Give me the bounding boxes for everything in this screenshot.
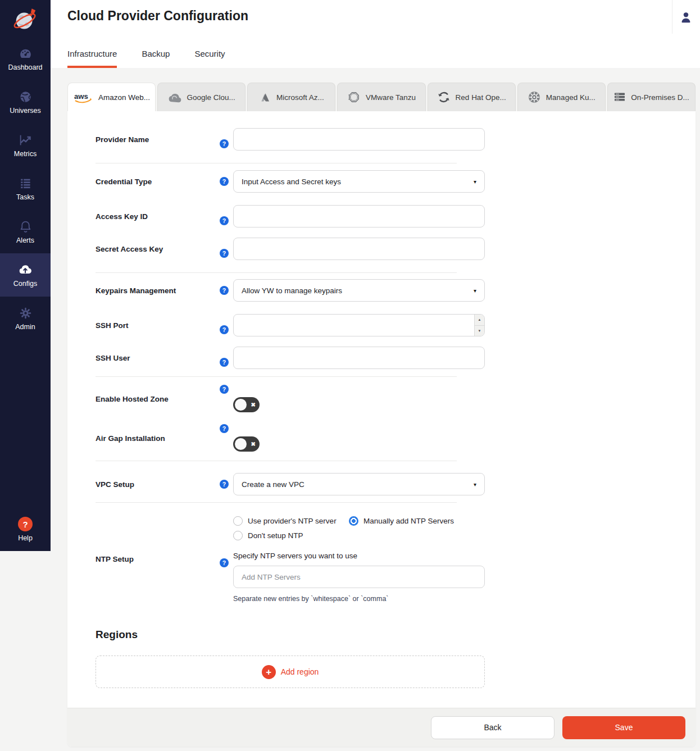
provider-config-card: Provider Name ? Credential Type ? Input …	[67, 111, 696, 747]
airgap-label: Air Gap Installation	[96, 434, 220, 443]
provider-tab-kubernetes[interactable]: Managed Ku...	[517, 83, 606, 111]
hosted-zone-toggle[interactable]: ✖	[233, 397, 260, 412]
ntp-option-manual[interactable]: Manually add NTP Servers	[349, 516, 485, 526]
provider-tab-openshift[interactable]: Red Hat Ope...	[428, 83, 516, 111]
vpc-label: VPC Setup	[96, 480, 220, 489]
credential-type-label: Credential Type	[96, 177, 220, 186]
svg-text:aws: aws	[74, 92, 88, 100]
bell-icon	[19, 220, 33, 234]
save-button[interactable]: Save	[562, 716, 685, 739]
provider-tab-label: Red Hat Ope...	[456, 93, 506, 102]
airgap-toggle[interactable]: ✖	[233, 436, 260, 452]
divider	[96, 163, 457, 163]
provider-tab-tanzu[interactable]: VMware Tanzu	[337, 83, 425, 111]
ntp-specify-label: Specify NTP servers you want to use	[233, 552, 485, 560]
user-icon[interactable]	[678, 10, 694, 25]
ssh-user-input[interactable]	[233, 347, 485, 369]
help-icon[interactable]: ?	[220, 249, 229, 258]
credential-type-select[interactable]: Input Access and Secret keys ▾	[233, 170, 485, 193]
list-icon	[19, 176, 33, 190]
sidebar-item-label: Metrics	[14, 150, 37, 158]
provider-form: Provider Name ? Credential Type ? Input …	[67, 111, 457, 688]
divider	[96, 272, 457, 273]
help-icon[interactable]: ?	[220, 177, 229, 186]
help-icon[interactable]: ?	[220, 286, 229, 295]
tab-infrastructure[interactable]: Infrastructure	[67, 49, 117, 68]
provider-tab-label: Managed Ku...	[546, 93, 596, 102]
sidebar-item-universes[interactable]: Universes	[0, 80, 51, 124]
hosted-zone-row: Enable Hosted Zone ? ✖	[96, 385, 457, 413]
page-title: Cloud Provider Configuration	[67, 8, 248, 24]
sidebar-item-tasks[interactable]: Tasks	[0, 167, 51, 210]
globe-icon	[19, 90, 33, 104]
sidebar-item-dashboard[interactable]: Dashboard	[0, 37, 51, 80]
card-footer: Back Save	[67, 708, 696, 747]
top-tabs: Infrastructure Backup Security	[67, 49, 225, 68]
ntp-servers-input[interactable]	[233, 566, 485, 588]
toggle-off-x-icon: ✖	[251, 397, 256, 412]
provider-tab-aws[interactable]: aws Amazon Web...	[67, 83, 156, 111]
sidebar-item-label: Configs	[13, 280, 37, 288]
secret-key-input[interactable]	[233, 238, 485, 260]
ntp-helper-text: Separate new entries by `whitespace` or …	[233, 595, 485, 603]
provider-name-input[interactable]	[233, 128, 485, 151]
gear-icon	[19, 306, 33, 320]
divider	[96, 376, 457, 377]
yugabyte-logo[interactable]	[11, 0, 39, 37]
add-region-button[interactable]: + Add region	[96, 656, 485, 688]
stepper-up-icon[interactable]: ▲	[475, 315, 484, 326]
plus-icon: +	[262, 665, 276, 679]
divider	[96, 461, 457, 461]
regions-title: Regions	[96, 629, 457, 641]
ntp-option-none[interactable]: Don't setup NTP	[233, 531, 349, 540]
help-icon[interactable]: ?	[220, 358, 229, 367]
sidebar-item-metrics[interactable]: Metrics	[0, 124, 51, 167]
stepper-down-icon[interactable]: ▼	[475, 326, 484, 336]
provider-tab-azure[interactable]: Microsoft Az...	[247, 83, 335, 111]
sidebar-item-alerts[interactable]: Alerts	[0, 210, 51, 253]
azure-icon	[259, 92, 271, 103]
keypairs-row: Keypairs Management ? Allow YW to manage…	[96, 279, 457, 302]
help-icon[interactable]: ?	[220, 558, 229, 567]
onprem-icon	[613, 92, 626, 103]
ntp-option-provider[interactable]: Use provider's NTP server	[233, 516, 349, 526]
ntp-label: NTP Setup	[96, 555, 220, 563]
sidebar-item-label: Universes	[10, 107, 41, 115]
vpc-select[interactable]: Create a new VPC ▾	[233, 473, 485, 495]
sidebar-item-label: Admin	[15, 323, 35, 331]
chart-icon	[19, 133, 33, 147]
provider-tab-onprem[interactable]: On-Premises D...	[607, 83, 696, 111]
sidebar-item-admin[interactable]: Admin	[0, 297, 51, 340]
toggle-knob	[235, 399, 247, 411]
ssh-user-label: SSH User	[96, 354, 220, 362]
help-icon[interactable]: ?	[220, 480, 229, 489]
chevron-down-icon: ▾	[474, 481, 476, 488]
sidebar-item-configs[interactable]: Configs	[0, 253, 51, 297]
help-icon[interactable]: ?	[220, 216, 229, 225]
access-key-label: Access Key ID	[96, 212, 220, 221]
ntp-options: Use provider's NTP server Manually add N…	[233, 515, 485, 603]
back-button[interactable]: Back	[431, 716, 554, 739]
ssh-port-label: SSH Port	[96, 321, 220, 330]
help-icon[interactable]: ?	[220, 325, 229, 334]
help-icon[interactable]: ?	[220, 424, 229, 433]
tab-backup[interactable]: Backup	[142, 49, 170, 68]
keypairs-select[interactable]: Allow YW to manage keypairs ▾	[233, 279, 485, 302]
hosted-zone-label: Enable Hosted Zone	[96, 395, 220, 403]
ssh-user-row: SSH User ?	[96, 347, 457, 369]
provider-tab-label: On-Premises D...	[631, 93, 689, 102]
sidebar-item-help[interactable]: ? Help	[18, 517, 33, 542]
provider-tab-gcp[interactable]: Google Clou...	[157, 83, 246, 111]
help-icon[interactable]: ?	[220, 139, 229, 148]
ssh-port-input[interactable]	[233, 314, 485, 336]
access-key-input[interactable]	[233, 205, 485, 227]
question-icon: ?	[18, 517, 33, 531]
help-icon[interactable]: ?	[220, 385, 229, 394]
toggle-off-x-icon: ✖	[251, 436, 256, 452]
sidebar: Dashboard Universes Metrics	[0, 0, 51, 551]
ssh-port-row: SSH Port ? ▲ ▼	[96, 314, 457, 336]
provider-name-label: Provider Name	[96, 135, 220, 144]
provider-tabstrip: aws Amazon Web... Google Clou... Microso…	[67, 83, 696, 111]
tab-security[interactable]: Security	[194, 49, 225, 68]
header-divider	[672, 0, 672, 34]
